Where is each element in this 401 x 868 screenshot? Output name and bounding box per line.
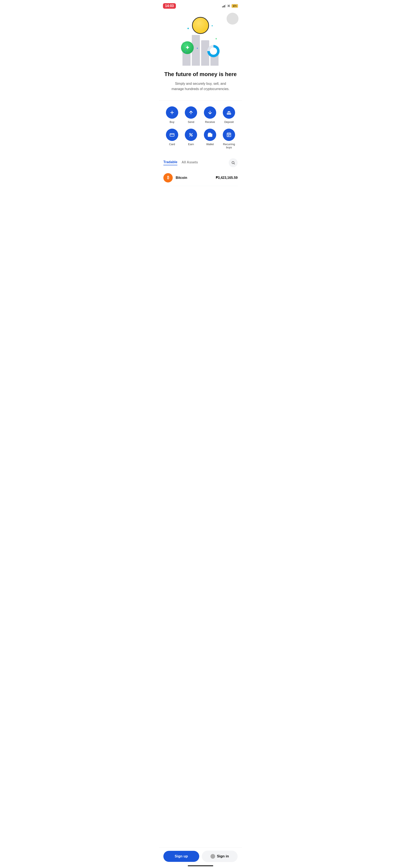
earn-action[interactable]: Earn xyxy=(182,129,200,149)
deposit-action[interactable]: Deposit xyxy=(221,106,238,124)
asset-info: ₿ Bitcoin xyxy=(163,173,187,182)
tabs-left: Tradable All Assets xyxy=(163,160,198,165)
status-bar: 14:03 ⌘ 17+ xyxy=(159,0,242,10)
svg-rect-7 xyxy=(170,133,174,136)
tabs-section: Tradable All Assets xyxy=(159,154,242,170)
recurring-action[interactable]: Recurring buys xyxy=(221,129,238,149)
yellow-coin-icon xyxy=(192,17,209,34)
battery-display: 17+ xyxy=(231,4,238,8)
card-label: Card xyxy=(169,143,175,146)
hero-title: The future of money is here xyxy=(163,71,238,78)
asset-name: Bitcoin xyxy=(176,176,187,180)
send-icon xyxy=(185,106,197,119)
buy-label: Buy xyxy=(170,120,174,124)
asset-price: ₱3,423,165.59 xyxy=(216,176,238,180)
receive-action[interactable]: Receive xyxy=(201,106,219,124)
deposit-label: Deposit xyxy=(224,120,234,124)
hero-illustration: ✦ ✦ ✦ ✦ ✦ ✦ xyxy=(175,15,226,66)
green-coin-icon: ✦ xyxy=(181,41,194,54)
buy-icon xyxy=(166,106,178,119)
buy-action[interactable]: Buy xyxy=(163,106,181,124)
action-grid: Buy Send Receive xyxy=(163,106,238,149)
asset-list: ₿ Bitcoin ₱3,423,165.59 xyxy=(159,170,242,186)
sparkle-icon: ✦ xyxy=(187,27,190,31)
wifi-icon: ⌘ xyxy=(227,4,230,8)
time-display: 14:03 xyxy=(163,3,176,9)
recurring-icon xyxy=(223,129,235,141)
svg-line-11 xyxy=(190,133,193,136)
receive-label: Receive xyxy=(205,120,215,124)
svg-point-10 xyxy=(191,135,193,136)
send-action[interactable]: Send xyxy=(182,106,200,124)
svg-rect-4 xyxy=(227,113,231,114)
card-icon xyxy=(166,129,178,141)
earn-label: Earn xyxy=(188,143,194,146)
signal-icon xyxy=(222,4,226,7)
svg-point-9 xyxy=(190,133,191,134)
svg-line-23 xyxy=(234,163,234,164)
svg-rect-6 xyxy=(227,114,231,115)
earn-icon xyxy=(185,129,197,141)
svg-point-15 xyxy=(211,135,211,135)
hero-subtitle: Simply and securely buy, sell, and manag… xyxy=(169,81,232,92)
deposit-icon xyxy=(223,106,235,119)
svg-rect-5 xyxy=(229,111,229,113)
receive-icon xyxy=(204,106,216,119)
svg-rect-12 xyxy=(208,134,212,137)
sparkle-icon: ✦ xyxy=(211,24,213,27)
tab-tradable[interactable]: Tradable xyxy=(163,160,177,165)
hero-section: ✦ ✦ ✦ ✦ ✦ ✦ The future of money is here … xyxy=(159,10,242,100)
sparkle-icon: ✦ xyxy=(215,37,218,40)
recurring-label: Recurring buys xyxy=(221,143,238,149)
tab-all-assets[interactable]: All Assets xyxy=(182,160,198,165)
bitcoin-icon: ₿ xyxy=(163,173,173,182)
status-icons: ⌘ 17+ xyxy=(222,4,238,8)
avatar[interactable] xyxy=(227,13,238,25)
wallet-icon xyxy=(204,129,216,141)
table-row[interactable]: ₿ Bitcoin ₱3,423,165.59 xyxy=(163,170,238,186)
wallet-action[interactable]: Wallet xyxy=(201,129,219,149)
actions-section: Buy Send Receive xyxy=(159,100,242,154)
send-label: Send xyxy=(188,120,194,124)
card-action[interactable]: Card xyxy=(163,129,181,149)
sparkle-icon: ✦ xyxy=(196,47,198,50)
sparkle-icon: ✦ xyxy=(184,51,186,53)
blue-coin-icon xyxy=(207,45,220,57)
search-button[interactable] xyxy=(229,158,238,167)
wallet-label: Wallet xyxy=(206,143,214,146)
